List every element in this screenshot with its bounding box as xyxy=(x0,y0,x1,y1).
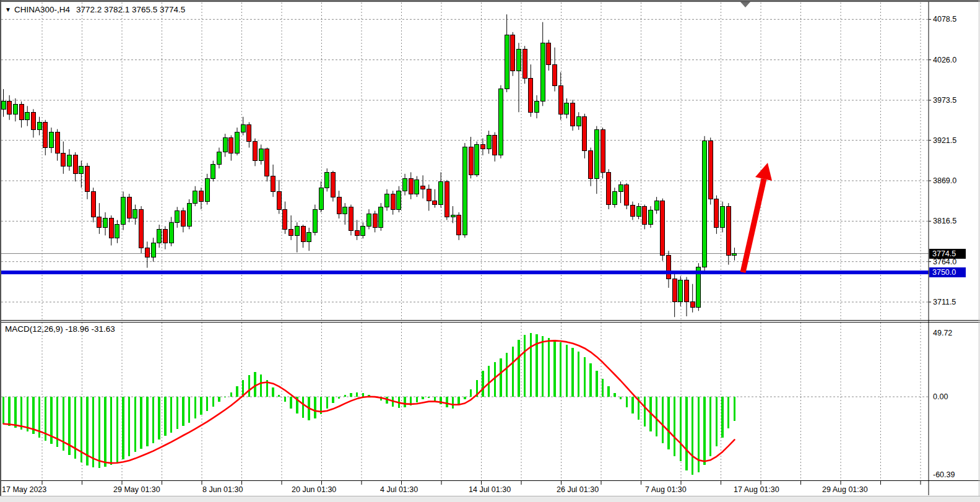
candle-bullish xyxy=(187,203,191,226)
macd-histogram-bar xyxy=(158,397,160,439)
candle-bullish xyxy=(235,132,240,154)
time-axis-label[interactable]: 4 Jul 01:30 xyxy=(380,485,418,494)
candle-bearish xyxy=(558,86,563,115)
candle-bullish xyxy=(103,219,108,228)
price-axis-label[interactable]: 3816.5 xyxy=(933,217,956,225)
macd-histogram-bar xyxy=(560,342,562,397)
price-axis-label[interactable]: 3711.5 xyxy=(933,298,956,306)
price-axis-label[interactable]: 4026.0 xyxy=(933,56,956,64)
macd-histogram-bar xyxy=(614,393,615,397)
price-axis-label[interactable]: 4078.5 xyxy=(933,15,956,24)
candle-bullish xyxy=(397,191,401,209)
macd-histogram-bar xyxy=(128,397,130,456)
macd-histogram-bar xyxy=(314,397,316,418)
price-axis-label[interactable]: 3869.0 xyxy=(933,176,956,185)
macd-histogram-bar xyxy=(542,336,544,397)
chart-plot-area[interactable] xyxy=(0,0,980,502)
candle-bearish xyxy=(265,149,269,176)
candle-bearish xyxy=(421,186,425,189)
macd-name: MACD(12,26,9) xyxy=(5,324,63,334)
macd-histogram-bar xyxy=(716,397,718,446)
candle-bullish xyxy=(175,211,180,223)
candle-bullish xyxy=(211,165,215,178)
candle-bearish xyxy=(714,199,719,228)
candle-bearish xyxy=(145,248,149,257)
candle-bullish xyxy=(535,102,539,112)
macd-axis-label[interactable]: 49.72 xyxy=(933,329,952,337)
candle-bullish xyxy=(205,178,209,201)
candle-bearish xyxy=(661,201,665,255)
macd-histogram-bar xyxy=(254,372,256,397)
macd-histogram-bar xyxy=(356,392,358,397)
candle-bullish xyxy=(13,105,17,115)
time-axis-label[interactable]: 7 Aug 01:30 xyxy=(645,485,687,494)
candle-bearish xyxy=(301,226,305,241)
macd-histogram-bar xyxy=(530,333,532,397)
macd-histogram-bar xyxy=(692,397,693,475)
time-axis-label[interactable]: 17 Aug 01:30 xyxy=(734,485,779,494)
candle-bullish xyxy=(37,122,41,129)
time-axis-label[interactable]: 17 May 2023 xyxy=(2,485,46,494)
candle-bearish xyxy=(571,103,575,126)
candle-bullish xyxy=(313,209,317,232)
time-axis-label[interactable]: 29 May 01:30 xyxy=(113,485,160,494)
time-axis-label[interactable]: 14 Jul 01:30 xyxy=(469,485,511,494)
candle-bearish xyxy=(583,117,587,151)
macd-histogram-bar xyxy=(589,363,591,397)
candle-bearish xyxy=(73,155,77,174)
time-axis-label[interactable]: 29 Aug 01:30 xyxy=(822,485,868,494)
macd-axis-label[interactable]: 0.00 xyxy=(933,392,948,401)
time-axis-label[interactable]: 20 Jun 01:30 xyxy=(292,485,336,494)
candle-bullish xyxy=(121,197,126,225)
candle-bullish xyxy=(475,145,479,175)
macd-histogram-bar xyxy=(134,397,136,452)
macd-histogram-bar xyxy=(428,397,430,398)
candle-bearish xyxy=(601,130,605,172)
macd-histogram-bar xyxy=(727,397,729,428)
macd-histogram-bar xyxy=(110,397,112,465)
macd-histogram-bar xyxy=(116,397,118,462)
macd-histogram-bar xyxy=(194,397,196,418)
candle-bearish xyxy=(247,124,251,141)
candle-bearish xyxy=(163,229,167,243)
macd-histogram-bar xyxy=(98,397,100,468)
macd-histogram-bar xyxy=(524,335,526,397)
candle-bullish xyxy=(385,194,389,207)
macd-histogram-bar xyxy=(607,386,609,397)
time-axis-label[interactable]: 8 Jun 01:30 xyxy=(202,485,243,494)
macd-histogram-bar xyxy=(518,340,519,397)
macd-histogram-bar xyxy=(224,397,226,397)
candle-bullish xyxy=(516,49,521,71)
top-triangle-marker xyxy=(740,2,750,7)
macd-axis-label[interactable]: -60.39 xyxy=(933,470,955,479)
price-axis-label[interactable]: 3764.0 xyxy=(933,257,956,266)
time-axis-label[interactable]: 26 Jul 01:30 xyxy=(557,485,599,494)
macd-histogram-bar xyxy=(236,386,238,397)
candle-bullish xyxy=(325,172,329,188)
red-arrow-head[interactable] xyxy=(755,163,772,181)
macd-histogram-bar xyxy=(434,397,436,401)
candle-bearish xyxy=(373,214,377,228)
candle-bullish xyxy=(439,181,443,204)
price-axis-label[interactable]: 3921.5 xyxy=(933,136,956,145)
candle-bearish xyxy=(43,122,48,147)
macd-histogram-bar xyxy=(2,397,4,424)
macd-histogram-bar xyxy=(188,397,190,423)
macd-histogram-bar xyxy=(248,375,250,397)
candle-bearish xyxy=(289,229,293,235)
macd-histogram-bar xyxy=(506,353,508,397)
price-axis-label[interactable]: 3973.5 xyxy=(933,96,956,105)
candle-bearish xyxy=(85,166,90,191)
candle-bullish xyxy=(1,102,6,109)
macd-histogram-bar xyxy=(176,397,178,429)
candle-bearish xyxy=(7,102,12,115)
macd-histogram-bar xyxy=(566,345,568,397)
candle-bullish xyxy=(565,103,569,115)
symbol-dropdown-icon[interactable]: ▼ xyxy=(5,6,11,13)
candle-bullish xyxy=(721,206,725,228)
macd-histogram-bar xyxy=(662,397,664,443)
macd-histogram-bar xyxy=(488,366,490,397)
candle-bullish xyxy=(576,117,581,126)
blue-horizontal-line[interactable] xyxy=(0,270,929,274)
candle-bullish xyxy=(487,136,491,149)
